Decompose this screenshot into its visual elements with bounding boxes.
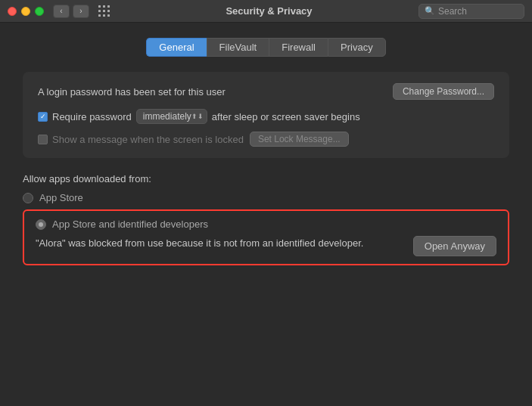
login-password-text: A login password has been set for this u… (38, 86, 226, 98)
app-store-identified-radio[interactable] (36, 219, 46, 230)
grid-dot (107, 10, 110, 12)
tab-firewall[interactable]: Firewall (269, 38, 328, 57)
app-store-radio-row: App Store (23, 192, 509, 203)
show-message-checkbox[interactable] (38, 135, 48, 144)
require-password-checkbox[interactable]: ✓ (38, 112, 48, 122)
minimize-button[interactable] (21, 7, 30, 16)
grid-dot (103, 5, 105, 8)
blocked-row: "Alora" was blocked from use because it … (36, 236, 496, 256)
tabs-container: General FileVault Firewall Privacy (23, 38, 509, 57)
search-icon: 🔍 (425, 6, 435, 16)
grid-dot (107, 5, 110, 8)
tab-general[interactable]: General (146, 38, 206, 57)
download-section: Allow apps downloaded from: App Store Ap… (23, 173, 509, 265)
highlight-box: App Store and identified developers "Alo… (23, 209, 509, 265)
set-lock-message-button[interactable]: Set Lock Message... (250, 132, 349, 147)
show-message-label: Show a message when the screen is locked (52, 134, 244, 145)
grid-dot (98, 10, 101, 12)
back-button[interactable]: ‹ (53, 5, 70, 18)
title-bar: ‹ › Security & Privacy 🔍 Search (0, 0, 532, 23)
open-anyway-button[interactable]: Open Anyway (413, 236, 496, 256)
blocked-message: "Alora" was blocked from use because it … (36, 236, 402, 251)
allow-apps-label: Allow apps downloaded from: (23, 173, 509, 184)
search-placeholder: Search (438, 6, 467, 17)
grid-dot (103, 14, 105, 17)
grid-dot (98, 5, 101, 8)
maximize-button[interactable] (35, 7, 44, 16)
tab-filevault[interactable]: FileVault (207, 38, 269, 57)
app-store-label: App Store (39, 192, 83, 203)
tab-privacy[interactable]: Privacy (328, 38, 386, 57)
app-grid-button[interactable] (98, 5, 110, 17)
search-bar[interactable]: 🔍 Search (418, 4, 524, 19)
require-password-checkbox-wrap: ✓ (38, 112, 48, 122)
settings-section: A login password has been set for this u… (23, 72, 509, 158)
after-sleep-label: after sleep or screen saver begins (212, 111, 360, 122)
grid-dot (107, 14, 110, 17)
require-password-label: Require password (52, 111, 132, 122)
window-title: Security & Privacy (120, 5, 418, 17)
change-password-button[interactable]: Change Password... (393, 83, 494, 100)
require-password-row: ✓ Require password immediately ⬆⬇ after … (38, 109, 494, 124)
grid-dot (98, 14, 101, 17)
app-store-identified-label: App Store and identified developers (52, 218, 208, 230)
forward-button[interactable]: › (73, 5, 89, 18)
traffic-lights (8, 7, 44, 16)
close-button[interactable] (8, 7, 17, 16)
password-timing-dropdown[interactable]: immediately ⬆⬇ (136, 109, 207, 124)
nav-buttons: ‹ › (53, 5, 89, 18)
login-password-row: A login password has been set for this u… (38, 83, 494, 100)
grid-dot (103, 10, 105, 12)
show-message-row: Show a message when the screen is locked… (38, 132, 494, 147)
app-store-identified-radio-row: App Store and identified developers (36, 218, 496, 230)
chevron-down-icon: ⬆⬇ (191, 113, 204, 120)
show-message-checkbox-wrap (38, 135, 48, 144)
app-store-radio[interactable] (23, 193, 33, 203)
main-content: General FileVault Firewall Privacy A log… (0, 23, 532, 406)
